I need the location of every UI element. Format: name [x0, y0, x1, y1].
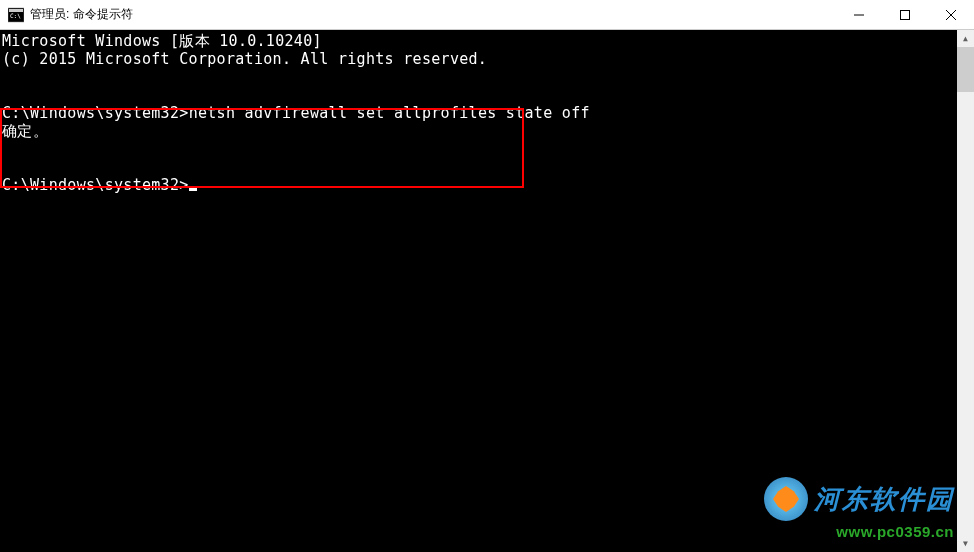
window-title: 管理员: 命令提示符 [30, 6, 836, 23]
copyright-line: (c) 2015 Microsoft Corporation. All righ… [2, 50, 974, 68]
window-controls [836, 0, 974, 29]
watermark-badge-icon [764, 477, 808, 521]
svg-text:C:\: C:\ [10, 12, 21, 19]
prompt-2: C:\Windows\system32> [2, 176, 189, 194]
titlebar[interactable]: C:\ 管理员: 命令提示符 [0, 0, 974, 30]
close-button[interactable] [928, 0, 974, 29]
watermark: 河东软件园 www.pc0359.cn [764, 477, 954, 540]
maximize-button[interactable] [882, 0, 928, 29]
version-line: Microsoft Windows [版本 10.0.10240] [2, 32, 974, 50]
prompt-1: C:\Windows\system32> [2, 104, 189, 122]
vertical-scrollbar[interactable]: ▲ ▼ [957, 30, 974, 552]
command-line-2: C:\Windows\system32> [2, 176, 974, 194]
watermark-title: 河东软件园 [814, 482, 954, 517]
svg-rect-4 [901, 10, 910, 19]
scrollbar-thumb[interactable] [957, 47, 974, 92]
scroll-down-arrow[interactable]: ▼ [957, 535, 974, 552]
command-line-1: C:\Windows\system32>netsh advfirewall se… [2, 104, 974, 122]
cursor [189, 188, 197, 191]
watermark-url: www.pc0359.cn [764, 523, 954, 540]
result-line: 确定。 [2, 122, 974, 140]
scroll-up-arrow[interactable]: ▲ [957, 30, 974, 47]
cmd-icon: C:\ [8, 7, 24, 23]
command-1: netsh advfirewall set allprofiles state … [189, 104, 590, 122]
minimize-button[interactable] [836, 0, 882, 29]
terminal-output[interactable]: Microsoft Windows [版本 10.0.10240] (c) 20… [0, 30, 974, 552]
